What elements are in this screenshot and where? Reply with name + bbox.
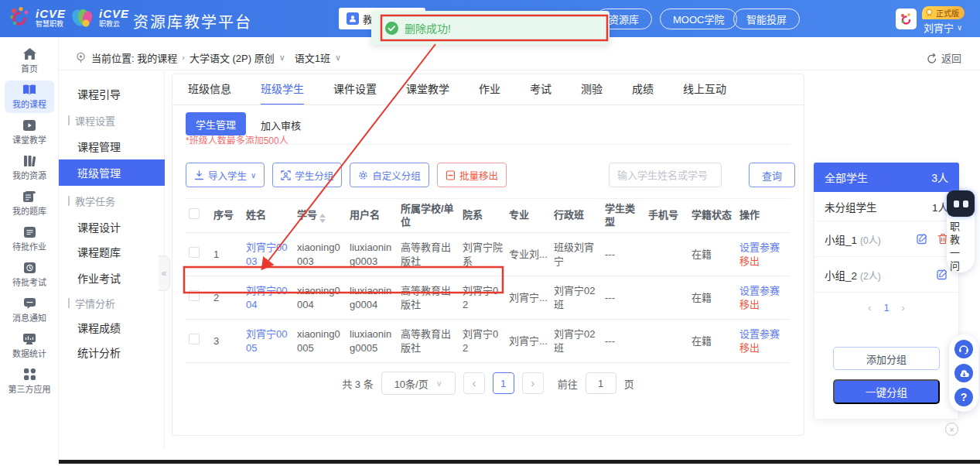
caret-down-icon: ∨: [436, 379, 442, 389]
section-bar: [68, 115, 70, 125]
rail-item-notifications[interactable]: 消息通知: [5, 294, 54, 327]
tab-online-interaction[interactable]: 线上互动: [683, 81, 726, 105]
groups-prev-icon[interactable]: ‹: [868, 302, 871, 314]
tab-classroom-teaching[interactable]: 课堂教学: [406, 81, 449, 105]
tab-grades[interactable]: 成绩: [632, 81, 654, 105]
groups-next-icon[interactable]: ›: [902, 302, 905, 314]
menu-course-design[interactable]: 课程设计: [59, 215, 165, 238]
current-page[interactable]: 1: [493, 372, 514, 394]
group-item-2[interactable]: 小组_2(2人): [814, 257, 959, 293]
student-name-link[interactable]: 刘宵宁0003: [246, 242, 287, 267]
batch-remove-button[interactable]: 批量移出: [437, 163, 507, 187]
menu-section-teaching-tasks: 教学任务: [59, 190, 165, 211]
tab-class-info[interactable]: 班级信息: [188, 81, 231, 105]
row-checkbox[interactable]: [189, 247, 200, 258]
menu-class-management[interactable]: 班级管理: [59, 159, 165, 186]
set-contest-link[interactable]: 设置参赛: [739, 327, 787, 341]
tabs-divider: [172, 105, 804, 105]
remove-link[interactable]: 移出: [739, 255, 787, 269]
table-header-row: 序号 姓名 学号 用户名 所属学校/单位 院系 专业 行政班 学生类型 手机号 …: [186, 199, 790, 233]
groups-current-page[interactable]: 1: [883, 302, 889, 314]
assistant-robot-icon[interactable]: [947, 190, 975, 217]
tab-quiz[interactable]: 测验: [581, 81, 603, 105]
version-badge: 正式版: [922, 6, 965, 19]
group-item-1[interactable]: 小组_1(0人): [814, 221, 959, 257]
student-toolbar: 导入学生 ∨ 学生分组 自定义分组 批量移出: [186, 163, 507, 187]
page-size-select[interactable]: 10条/页 ∨: [381, 372, 456, 395]
medal-icon: [925, 9, 934, 17]
shell-icon: [71, 5, 94, 30]
next-page-button[interactable]: ›: [522, 372, 544, 394]
app: iCVE 智慧职教 iCVE 职教云 资源库教学平台 教师: [0, 0, 980, 466]
breadcrumb: 当前位置: 我的课程 › 大学语文 (2P) 原创 ∨ 语文1班 ∨ 返回: [58, 45, 980, 70]
student-grouping-button[interactable]: 学生分组: [272, 163, 342, 187]
student-name-link[interactable]: 刘宵宁0004: [246, 285, 287, 310]
download-cloud-icon[interactable]: [954, 364, 973, 382]
course-caret-icon[interactable]: ∨: [279, 53, 285, 63]
rail-item-third-party-apps[interactable]: 第三方应用: [5, 365, 54, 398]
subtab-join-audit[interactable]: 加入审核: [261, 118, 301, 132]
menu-course-grades[interactable]: 课程成绩: [59, 316, 165, 339]
remove-link[interactable]: 移出: [739, 298, 787, 312]
rail-item-data-statistics[interactable]: 数据统计: [5, 330, 54, 362]
custom-grouping-button[interactable]: 自定义分组: [350, 163, 429, 187]
user-menu[interactable]: 刘宵宁 ∨: [924, 20, 962, 35]
student-search-input[interactable]: [609, 163, 722, 187]
goto-page-input[interactable]: [586, 372, 616, 394]
menu-course-management[interactable]: 课程管理: [59, 135, 165, 158]
assistant-label[interactable]: 职教一问: [947, 221, 975, 274]
remove-link[interactable]: 移出: [739, 341, 787, 355]
class-caret-icon[interactable]: ∨: [335, 53, 341, 63]
tab-exam[interactable]: 考试: [530, 81, 551, 105]
menu-course-question-bank[interactable]: 课程题库: [59, 240, 165, 263]
search-query-button[interactable]: 查询: [749, 163, 795, 187]
rail-item-my-resources[interactable]: 我的资源: [5, 152, 54, 184]
tab-courseware-settings[interactable]: 课件设置: [333, 81, 377, 105]
teacher-icon: [347, 12, 359, 25]
student-name-link[interactable]: 刘宵宁0005: [246, 328, 287, 354]
rail-item-pending-exams[interactable]: 待批考试: [5, 259, 54, 291]
user-avatar[interactable]: [896, 9, 917, 29]
homework-icon: [24, 227, 36, 238]
row-checkbox[interactable]: [189, 290, 200, 301]
menu-course-guide[interactable]: 课程引导: [59, 82, 165, 105]
set-contest-link[interactable]: 设置参赛: [739, 241, 787, 255]
set-contest-link[interactable]: 设置参赛: [739, 284, 787, 298]
close-float-icon[interactable]: ×: [945, 423, 958, 436]
group-ungrouped-students[interactable]: 未分组学生 1人: [814, 192, 959, 221]
customer-service-icon[interactable]: [954, 340, 973, 358]
breadcrumb-course[interactable]: 大学语文 (2P) 原创: [190, 50, 275, 65]
rail-item-my-courses[interactable]: 我的课程: [5, 81, 54, 113]
subtabs-divider: [186, 144, 790, 145]
menu-statistical-analysis[interactable]: 统计分析: [59, 341, 165, 364]
import-students-button[interactable]: 导入学生 ∨: [186, 163, 265, 187]
subtab-student-management[interactable]: 学生管理: [186, 112, 246, 135]
home-icon: [23, 48, 36, 60]
one-click-group-button[interactable]: 一键分组: [833, 379, 940, 404]
total-count: 共 3 条: [342, 376, 373, 391]
tab-homework[interactable]: 作业: [479, 81, 500, 105]
edit-icon[interactable]: [917, 233, 928, 245]
student-group-icon: [281, 170, 291, 180]
return-arrow-icon: [927, 53, 937, 63]
rail-item-pending-homework[interactable]: 待批作业: [5, 223, 54, 255]
row-checkbox[interactable]: [189, 334, 200, 344]
back-button[interactable]: 返回: [927, 45, 961, 70]
apps-grid-icon: [24, 368, 36, 380]
help-question-icon[interactable]: ?: [954, 388, 973, 406]
tab-class-students[interactable]: 班级学生: [261, 81, 304, 105]
nav-smart-casting[interactable]: 智能投屏: [733, 9, 800, 29]
sort-icon[interactable]: [319, 214, 326, 223]
rail-item-question-bank[interactable]: 我的题库: [5, 187, 54, 220]
nav-mooc-academy[interactable]: MOOC学院: [660, 9, 737, 29]
rail-item-classroom-teaching[interactable]: 课堂教学: [5, 116, 54, 149]
remove-doc-icon: [446, 170, 456, 180]
select-all-checkbox[interactable]: [189, 208, 200, 219]
breadcrumb-class[interactable]: 语文1班: [295, 50, 330, 65]
rail-item-home[interactable]: 首页: [5, 45, 54, 77]
prev-page-button[interactable]: ‹: [463, 372, 485, 394]
menu-homework-exam[interactable]: 作业考试: [59, 266, 165, 290]
sidebar-collapse-handle[interactable]: «: [159, 255, 170, 291]
add-group-button[interactable]: 添加分组: [833, 347, 940, 370]
group-all-students[interactable]: 全部学生 3人: [814, 163, 959, 192]
